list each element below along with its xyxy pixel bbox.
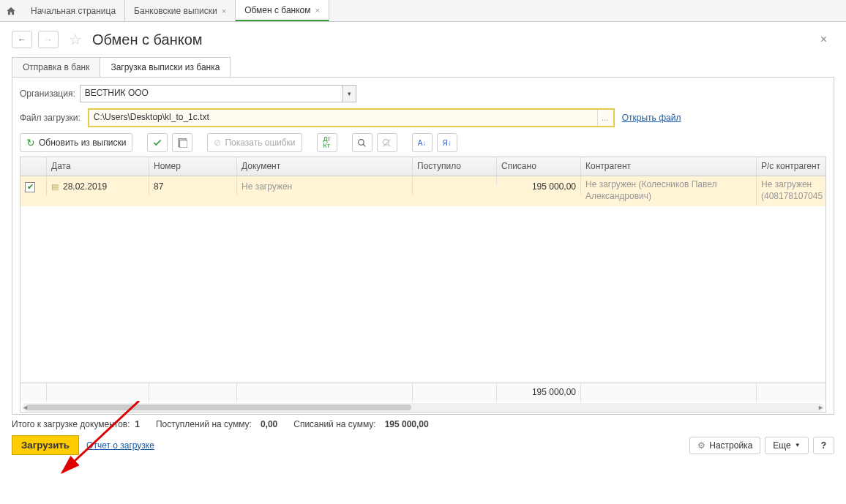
load-button[interactable]: Загрузить — [12, 435, 79, 455]
svg-rect-1 — [180, 140, 188, 148]
search-clear-icon[interactable] — [377, 133, 397, 152]
help-button[interactable]: ? — [813, 437, 834, 454]
load-report-link[interactable]: Отчет о загрузке — [86, 440, 154, 451]
page-header: ← → ☆ Обмен с банком × — [0, 22, 846, 54]
scroll-right-icon[interactable]: ► — [817, 404, 824, 411]
error-icon: ⊘ — [214, 138, 221, 148]
col-incoming[interactable]: Поступило — [413, 157, 497, 176]
content-box: Организация: ВЕСТНИК ООО ▼ Файл загрузки… — [12, 77, 834, 415]
org-label: Организация: — [20, 89, 75, 99]
tab-label: Обмен с банком — [244, 5, 310, 15]
favorite-icon[interactable]: ☆ — [64, 31, 86, 48]
refresh-label: Обновить из выписки — [39, 138, 126, 148]
more-button[interactable]: Еще ▼ — [765, 437, 808, 454]
tab-label: Начальная страница — [31, 6, 116, 16]
docs-count: 1 — [135, 419, 140, 429]
top-tab-bar: Начальная страница Банковские выписки × … — [0, 0, 846, 22]
horizontal-scrollbar[interactable]: ◄ ► — [22, 403, 824, 412]
settings-label: Настройка — [709, 440, 752, 451]
tab-statements[interactable]: Банковские выписки × — [125, 0, 236, 21]
sort-desc-icon[interactable]: Я↓ — [437, 133, 457, 152]
row-account: Не загружен (408178107045 — [757, 176, 826, 206]
footer-bar: Загрузить Отчет о загрузке ⚙ Настройка Е… — [12, 435, 834, 455]
close-icon[interactable]: × — [315, 6, 320, 15]
open-file-link[interactable]: Открыть файл — [622, 113, 681, 123]
chevron-down-icon[interactable]: ▼ — [342, 86, 356, 102]
file-input[interactable]: C:\Users\Desktop\kl_to_1c.txt … — [88, 108, 615, 127]
forward-button[interactable]: → — [38, 31, 59, 48]
close-window-icon[interactable]: × — [820, 33, 834, 46]
row-date: ▤28.02.2019 — [47, 176, 149, 195]
row-number: 87 — [149, 176, 237, 195]
org-row: Организация: ВЕСТНИК ООО ▼ — [20, 85, 826, 102]
close-icon[interactable]: × — [222, 7, 226, 15]
out-label: Списаний на сумму: — [293, 419, 375, 429]
col-check[interactable] — [20, 157, 47, 176]
in-value: 0,00 — [261, 419, 277, 429]
row-document: Не загружен — [237, 176, 413, 195]
statement-table: Дата Номер Документ Поступило Списано Ко… — [20, 157, 826, 413]
home-icon[interactable] — [0, 0, 22, 21]
show-errors-label: Показать ошибки — [225, 138, 295, 148]
row-incoming — [413, 176, 497, 185]
docs-label: Итого к загрузке документов: — [12, 419, 130, 429]
out-value: 195 000,00 — [385, 419, 429, 429]
browse-button[interactable]: … — [597, 110, 613, 126]
document-icon: ▤ — [51, 182, 59, 191]
more-label: Еще — [773, 440, 790, 451]
summary-line: Итого к загрузке документов: 1 Поступлен… — [12, 419, 834, 429]
check-all-icon[interactable] — [147, 133, 168, 152]
row-outgoing: 195 000,00 — [497, 176, 581, 195]
uncheck-all-icon[interactable] — [172, 133, 192, 152]
svg-line-3 — [363, 144, 365, 146]
page-title: Обмен с банком — [92, 31, 203, 48]
row-counterparty: Не загружен (Колесников Павел Александро… — [581, 176, 757, 206]
footer-total-out: 195 000,00 — [497, 383, 581, 402]
refresh-icon: ↻ — [26, 137, 35, 148]
col-document[interactable]: Документ — [237, 157, 413, 176]
table-footer: 195 000,00 — [20, 383, 826, 402]
file-label: Файл загрузки: — [20, 113, 81, 123]
dtkt-icon[interactable]: Дт Кт — [317, 133, 337, 152]
col-counterparty[interactable]: Контрагент — [581, 157, 757, 176]
gear-icon: ⚙ — [697, 440, 705, 451]
sort-asc-icon[interactable]: А↓ — [412, 133, 433, 152]
row-checkbox-cell[interactable]: ✔ — [20, 176, 47, 196]
table-header: Дата Номер Документ Поступило Списано Ко… — [20, 157, 826, 176]
tab-label: Банковские выписки — [134, 6, 217, 16]
checkbox-icon[interactable]: ✔ — [25, 182, 35, 192]
back-button[interactable]: ← — [12, 31, 32, 48]
chevron-down-icon: ▼ — [795, 442, 801, 448]
file-value: C:\Users\Desktop\kl_to_1c.txt — [89, 110, 597, 126]
file-row: Файл загрузки: C:\Users\Desktop\kl_to_1c… — [20, 108, 826, 127]
col-number[interactable]: Номер — [149, 157, 237, 176]
scroll-left-icon[interactable]: ◄ — [22, 404, 29, 411]
table-row[interactable]: ✔ ▤28.02.2019 87 Не загружен 195 000,00 … — [20, 176, 826, 207]
settings-button[interactable]: ⚙ Настройка — [689, 437, 760, 454]
svg-line-5 — [388, 144, 390, 146]
col-outgoing[interactable]: Списано — [497, 157, 581, 176]
search-icon[interactable] — [352, 133, 373, 152]
scroll-thumb[interactable] — [26, 405, 411, 410]
subtab-send[interactable]: Отправка в банк — [12, 57, 100, 77]
in-label: Поступлений на сумму: — [156, 419, 252, 429]
refresh-button[interactable]: ↻ Обновить из выписки — [20, 133, 132, 152]
subtab-load[interactable]: Загрузка выписки из банка — [100, 57, 231, 77]
tab-exchange[interactable]: Обмен с банком × — [236, 0, 329, 21]
show-errors-button: ⊘ Показать ошибки — [207, 133, 302, 152]
sub-tabs: Отправка в банк Загрузка выписки из банк… — [12, 57, 834, 77]
table-body: ✔ ▤28.02.2019 87 Не загружен 195 000,00 … — [20, 176, 826, 381]
col-date[interactable]: Дата — [47, 157, 149, 176]
org-select[interactable]: ВЕСТНИК ООО ▼ — [80, 85, 356, 102]
svg-point-2 — [359, 139, 364, 145]
toolbar: ↻ Обновить из выписки ⊘ Показать ошибки … — [20, 133, 826, 152]
org-value: ВЕСТНИК ООО — [81, 86, 342, 102]
col-account[interactable]: Р/с контрагент — [757, 157, 826, 176]
tab-home[interactable]: Начальная страница — [22, 0, 125, 21]
